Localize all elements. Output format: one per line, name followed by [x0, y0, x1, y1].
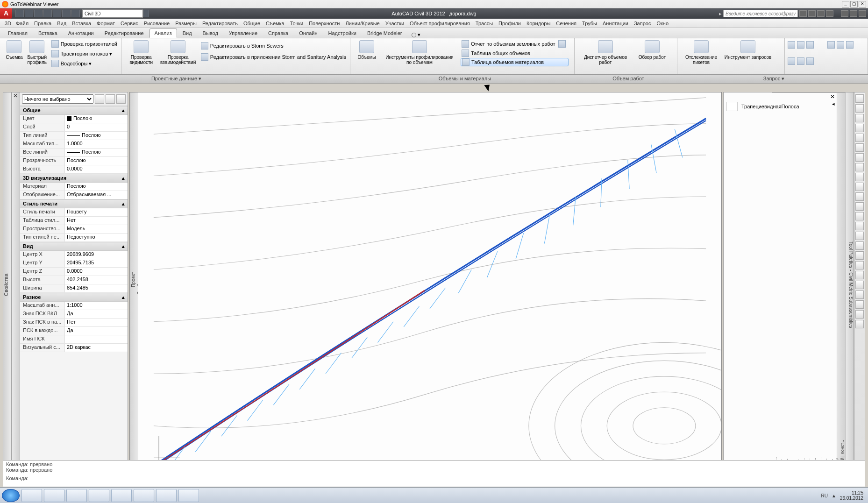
tray-flag-icon[interactable]: ▲ — [832, 493, 836, 498]
taskbar-folder-icon[interactable] — [66, 489, 87, 502]
toolpal-tab[interactable]: Элеме... — [800, 92, 806, 477]
toolbar-icon[interactable] — [855, 192, 864, 201]
qat-print-icon[interactable] — [43, 10, 52, 17]
menu-corridors[interactable]: Коридоры — [524, 20, 553, 27]
props-row[interactable]: Знак ПСК в на...Нет — [20, 319, 128, 327]
props-row[interactable]: Высота0.0000 — [20, 165, 128, 174]
menu-profiles[interactable]: Профили — [496, 20, 524, 27]
props-row[interactable]: Масштаб тип...1.0000 — [20, 140, 128, 149]
acad-restore-button[interactable] — [850, 10, 857, 17]
properties-palette-tab[interactable]: Свойства — [3, 92, 11, 477]
qat-save-icon[interactable] — [34, 10, 43, 17]
props-row[interactable]: Тип линийПослою — [20, 132, 128, 140]
app-menu-button[interactable]: A — [0, 8, 12, 19]
toolpal-tab[interactable]: Подпо... — [783, 92, 789, 477]
taskbar-acad2-icon[interactable] — [134, 489, 154, 502]
toolbar-icon[interactable] — [855, 300, 864, 309]
qto-manager-button[interactable]: Диспетчер объемов работ — [577, 39, 633, 65]
toolbar-icon[interactable] — [855, 134, 864, 142]
props-category[interactable]: Стиль печати▴ — [20, 199, 128, 208]
panel-title-qto[interactable]: Объем работ — [577, 75, 680, 83]
acad-close-button[interactable] — [859, 10, 866, 17]
visibility-check-button[interactable]: Проверка видимости — [124, 39, 158, 65]
qat-redo-icon[interactable] — [62, 10, 71, 17]
tab-home[interactable]: Главная — [3, 28, 33, 38]
props-category[interactable]: 3D визуализация▴ — [20, 174, 128, 183]
toolbar-icon[interactable] — [855, 320, 864, 328]
toolpal-tab[interactable]: Раздел... — [817, 92, 823, 477]
qat-workspace-icon[interactable] — [71, 10, 80, 17]
earthwork-report-button[interactable]: Отчет по объемам земляных работ — [461, 39, 569, 49]
contour-check-button[interactable]: Проверка горизонталей — [50, 39, 118, 49]
quickselect-icon[interactable] — [95, 94, 104, 104]
toolpal-tab[interactable]: Бордю... — [811, 92, 817, 477]
help-icon[interactable] — [826, 10, 833, 17]
props-row[interactable]: ПрозрачностьПослою — [20, 157, 128, 165]
toolbar-icon[interactable] — [855, 163, 864, 171]
misc-icon[interactable] — [797, 57, 804, 65]
props-row[interactable]: Имя ПСК — [20, 335, 128, 344]
properties-close-button[interactable]: ✕ — [12, 92, 19, 100]
qat-dropdown-icon[interactable] — [143, 10, 149, 17]
misc-icon[interactable] — [837, 41, 844, 49]
menu-file[interactable]: Файл — [13, 20, 31, 27]
survey-button[interactable]: Съемка — [3, 39, 26, 60]
toolbar-icon[interactable] — [855, 222, 864, 230]
menu-surfaces[interactable]: Поверхности — [306, 20, 342, 27]
menu-insert[interactable]: Вставка — [69, 20, 94, 27]
inquiry-tool-button[interactable]: Инструмент запросов — [722, 39, 774, 60]
material-volume-table-button[interactable]: Таблица объемов материалов — [461, 58, 569, 66]
tray-lang[interactable]: RU — [821, 493, 828, 498]
props-category[interactable]: Разное▴ — [20, 293, 128, 302]
toolpal-tab[interactable]: Обочи... — [823, 92, 828, 477]
workspace-combo[interactable] — [82, 9, 143, 18]
menu-lines[interactable]: Линии/Кривые — [342, 20, 382, 27]
menu-dim[interactable]: Размеры — [172, 20, 199, 27]
total-volume-table-button[interactable]: Таблица общих объемов — [461, 49, 569, 58]
toolbar-icon[interactable] — [855, 183, 864, 191]
menu-pipes[interactable]: Трубы — [579, 20, 600, 27]
tab-bridge[interactable]: Bridge Modeler — [362, 28, 407, 38]
props-row[interactable]: ПСК в каждо...Да — [20, 327, 128, 335]
props-row[interactable]: Отображение...Отбрасываемая ... — [20, 191, 128, 199]
props-row[interactable]: Пространство...Модель — [20, 225, 128, 234]
tray-clock[interactable]: 11:25 26.01.2012 — [840, 490, 863, 501]
props-row[interactable]: Ширина854.2485 — [20, 284, 128, 293]
selection-combo[interactable]: Ничего не выбрано — [22, 94, 93, 104]
search-icon[interactable] — [799, 10, 807, 17]
tab-analyze[interactable]: Анализ — [149, 28, 177, 38]
gtw-max-button[interactable]: ▢ — [850, 1, 858, 7]
interference-check-button[interactable]: Проверка взаимодействий — [158, 39, 198, 65]
tab-help[interactable]: Справка — [263, 28, 293, 38]
props-row[interactable]: Центр X20689.9609 — [20, 251, 128, 259]
tab-addins[interactable]: Надстройки — [323, 28, 362, 38]
tab-insert[interactable]: Вставка — [33, 28, 63, 38]
tab-view[interactable]: Вид — [178, 28, 197, 38]
pickadd-icon[interactable] — [106, 94, 115, 104]
select-objects-icon[interactable] — [116, 94, 126, 104]
menu-inquiry[interactable]: Запрос — [631, 20, 654, 27]
tab-annotate[interactable]: Аннотации — [63, 28, 99, 38]
misc-icon[interactable] — [827, 41, 835, 49]
props-row[interactable]: Таблица стил...Нет — [20, 217, 128, 225]
info-arrow-icon[interactable]: ▸ — [719, 11, 722, 17]
taskbar-save-icon[interactable] — [89, 489, 109, 502]
help-search-input[interactable] — [723, 10, 798, 17]
start-button[interactable] — [2, 489, 20, 502]
taskbar-ppt-icon[interactable] — [156, 489, 177, 502]
taskbar-acad-icon[interactable] — [111, 489, 132, 502]
props-row[interactable]: Тип стилей пе...Недоступно — [20, 234, 128, 242]
menu-sections[interactable]: Сечения — [553, 20, 579, 27]
taskbar-explorer-icon[interactable] — [44, 489, 64, 502]
toolpal-tab[interactable]: Услов... — [795, 92, 800, 477]
props-row[interactable]: Высота402.2458 — [20, 276, 128, 284]
toolpal-tab[interactable]: вебинар — [834, 92, 840, 477]
toolbar-icon[interactable] — [855, 202, 864, 211]
props-row[interactable]: МатериалПослою — [20, 183, 128, 191]
props-row[interactable]: Вес линийПослою — [20, 149, 128, 157]
toolbar-icon[interactable] — [855, 281, 864, 289]
quick-profile-button[interactable]: Быстрый профиль — [26, 39, 49, 65]
misc-icon[interactable] — [788, 57, 795, 65]
favorite-icon[interactable] — [817, 10, 825, 17]
taskbar-ie-icon[interactable] — [21, 489, 42, 502]
